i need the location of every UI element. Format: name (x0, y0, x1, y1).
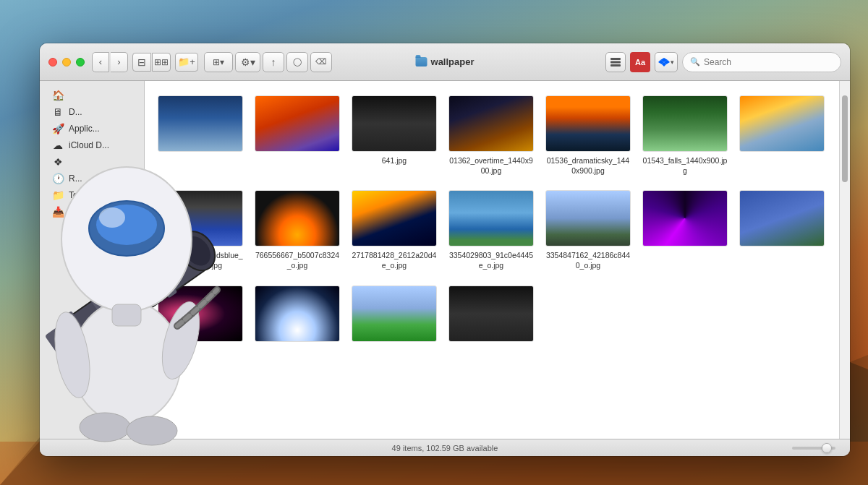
file-thumbnail (158, 286, 243, 342)
view-mode-buttons: ⊟ ⊞⊞ (132, 53, 171, 72)
sidebar-item-icloud[interactable]: ☁ iCloud D... (43, 137, 141, 153)
minimize-button[interactable] (62, 58, 71, 66)
file-thumbnail (448, 190, 534, 246)
file-item[interactable] (250, 90, 344, 181)
size-slider[interactable] (792, 447, 835, 450)
stack-button[interactable] (605, 52, 626, 72)
slider-track[interactable] (792, 447, 835, 450)
sidebar-item-dropbox[interactable]: ❖ (43, 154, 141, 170)
recents-icon: 🕐 (51, 173, 64, 184)
finder-window: ‹ › ⊟ ⊞⊞ 📁+ ⊞▾ ⚙▾ ↑ ◯ ⌫ (40, 43, 850, 456)
sidebar-item-desktop[interactable]: 🖥 D... (43, 104, 141, 120)
file-item[interactable] (638, 184, 732, 276)
applications-icon: 🚀 (51, 123, 64, 134)
forward-button[interactable]: › (111, 52, 128, 72)
svg-rect-23 (610, 64, 621, 66)
file-name: 3354847162_42186c8440_o.jpg (545, 251, 631, 270)
sidebar-icloud-label: iCloud D... (69, 140, 109, 150)
scrollbar-thumb[interactable] (842, 95, 848, 182)
file-thumbnail (158, 95, 243, 152)
delete-button[interactable]: ⌫ (310, 52, 332, 72)
sidebar-item-recents[interactable]: 🕐 R... (43, 171, 141, 186)
file-item[interactable] (735, 90, 829, 181)
view-options: 📁+ (175, 53, 198, 72)
file-name: 01622_stormcloudsblue_14...x900.jpg (158, 251, 243, 270)
file-item[interactable]: 766556667_b5007c8324_o.jpg (250, 184, 344, 276)
view-icon-button[interactable]: ⊟ (132, 53, 151, 72)
file-name: 01536_dramaticsky_1440x900.jpg (545, 156, 631, 176)
file-name: 01543_falls_1440x900.jpg (642, 156, 728, 176)
traffic-lights (48, 58, 85, 66)
file-name: 01362_overtime_1440x900.jpg (448, 156, 534, 176)
dropbox-sidebar-icon: ❖ (51, 156, 64, 168)
action-button[interactable]: ⚙▾ (235, 52, 260, 72)
file-name: 2717881428_2612a20d4e_o.jpg (352, 251, 437, 270)
status-text: 49 items, 102.59 GB available (392, 444, 498, 452)
file-grid: 641.jpg01362_overtime_1440x900.jpg01536_… (145, 81, 839, 439)
file-item[interactable]: 01543_falls_1440x900.jpg (638, 90, 732, 181)
view-list-button[interactable]: ⊞⊞ (152, 53, 171, 72)
sidebar-item-applications[interactable]: 🚀 Applic... (43, 121, 141, 137)
file-item[interactable]: 641.jpg (347, 90, 441, 181)
file-thumbnail (352, 190, 437, 246)
forward-icon: › (117, 56, 120, 67)
file-thumbnail (255, 190, 340, 246)
file-item[interactable]: 3354029803_91c0e4445e_o.jpg (444, 184, 538, 276)
scrollbar[interactable] (839, 81, 850, 439)
temp-icon: 📁 (51, 189, 64, 201)
folder-icon (416, 57, 427, 66)
file-thumbnail (545, 95, 631, 152)
sidebar-applications-label: Applic... (69, 124, 100, 134)
sidebar-item-downloads[interactable]: 📥 Dow... (43, 204, 141, 220)
nav-buttons: ‹ › (92, 52, 128, 72)
downloads-icon: 📥 (51, 206, 64, 218)
sidebar-recents-label: R... (69, 173, 82, 184)
window-title: wallpaper (431, 56, 475, 67)
file-item[interactable]: 2717881428_2612a20d4e_o.jpg (347, 184, 441, 276)
file-item[interactable]: 3354847162_42186c8440_o.jpg (541, 184, 635, 276)
dropbox-button[interactable]: ▾ (655, 52, 678, 72)
dropdown-arrow: ▾ (671, 59, 674, 66)
file-thumbnail (352, 95, 437, 152)
file-item[interactable] (250, 280, 344, 352)
status-bar: 49 items, 102.59 GB available (40, 439, 850, 456)
slider-thumb[interactable] (822, 443, 832, 453)
file-thumbnail (739, 95, 825, 152)
svg-rect-22 (610, 61, 621, 63)
file-name: 641.jpg (382, 156, 407, 166)
sidebar-temp-label: Te... (69, 190, 85, 200)
share-button[interactable]: ↑ (263, 52, 284, 72)
file-thumbnail (448, 286, 534, 342)
home-icon: 🏠 (51, 90, 64, 101)
tag-button[interactable]: ◯ (286, 52, 308, 72)
search-box[interactable]: 🔍 (682, 52, 841, 72)
file-item[interactable] (153, 280, 247, 352)
icloud-icon: ☁ (51, 140, 64, 151)
sidebar-downloads-label: Dow... (69, 207, 93, 217)
maximize-button[interactable] (76, 58, 85, 66)
file-item[interactable]: 01536_dramaticsky_1440x900.jpg (541, 90, 635, 181)
icon-view-button[interactable]: ⊞▾ (204, 52, 233, 72)
file-item[interactable] (153, 90, 247, 181)
file-thumbnail (352, 286, 437, 342)
file-item[interactable] (347, 280, 441, 352)
file-item[interactable]: 01622_stormcloudsblue_14...x900.jpg (153, 184, 247, 276)
file-item[interactable] (735, 184, 829, 276)
sidebar-item-temp[interactable]: 📁 Te... (43, 187, 141, 203)
close-button[interactable] (48, 58, 57, 66)
dictionary-button[interactable]: Aa (630, 52, 650, 72)
title-bar: ‹ › ⊟ ⊞⊞ 📁+ ⊞▾ ⚙▾ ↑ ◯ ⌫ (40, 43, 850, 81)
search-input[interactable] (704, 57, 833, 67)
file-name: 3354029803_91c0e4445e_o.jpg (448, 251, 534, 270)
svg-rect-21 (610, 58, 621, 60)
column-view-button[interactable]: 📁+ (175, 53, 198, 72)
sidebar-item-home[interactable]: 🏠 (43, 87, 141, 103)
file-thumbnail (545, 190, 631, 246)
file-item[interactable] (444, 280, 538, 352)
file-thumbnail (642, 95, 728, 152)
back-icon: ‹ (99, 56, 102, 67)
desktop-icon: 🖥 (51, 106, 64, 118)
file-item[interactable]: 01362_overtime_1440x900.jpg (444, 90, 538, 181)
back-button[interactable]: ‹ (92, 52, 109, 72)
sidebar: 🏠 🖥 D... 🚀 Applic... ☁ iCloud D... ❖ 🕐 R… (40, 81, 145, 439)
